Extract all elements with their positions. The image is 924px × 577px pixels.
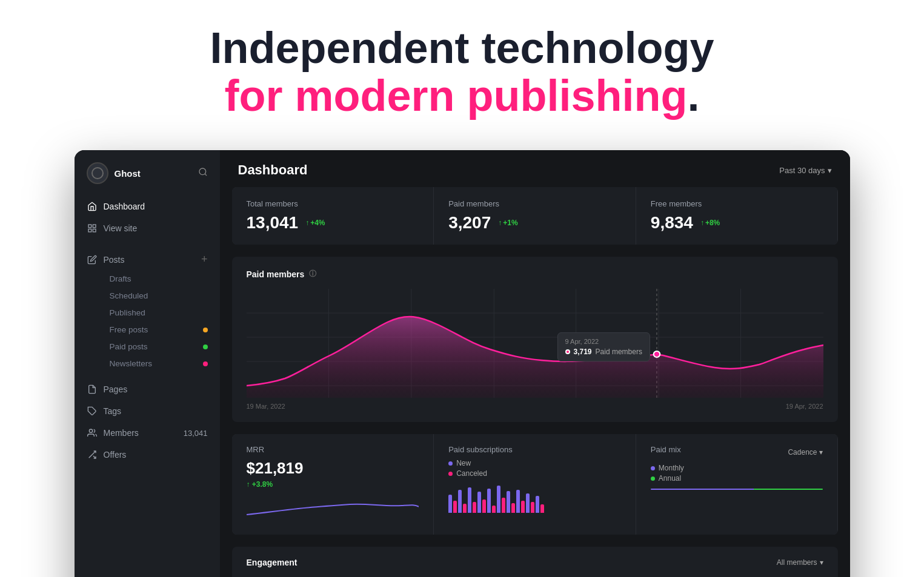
svg-point-0 bbox=[199, 168, 206, 175]
members-icon bbox=[87, 427, 98, 438]
published-label: Published bbox=[110, 308, 145, 317]
paid-subs-bar-chart bbox=[448, 483, 621, 513]
bar bbox=[487, 489, 491, 513]
bar bbox=[521, 501, 525, 513]
members-label: Members bbox=[104, 428, 139, 438]
engagement-section: Engagement All members ▾ 68% Engaged in … bbox=[232, 547, 838, 577]
sidebar: Ghost Dashboard bbox=[75, 150, 220, 577]
bar bbox=[507, 491, 510, 513]
sidebar-item-free-posts[interactable]: Free posts bbox=[104, 321, 214, 338]
app-window: Ghost Dashboard bbox=[75, 150, 850, 577]
sidebar-item-dashboard[interactable]: Dashboard bbox=[81, 196, 214, 217]
paid-members-value: 3,207 bbox=[448, 213, 491, 232]
all-members-filter[interactable]: All members ▾ bbox=[777, 558, 823, 567]
chart-date-start: 19 Mar, 2022 bbox=[247, 403, 285, 410]
total-members-value: 13,041 bbox=[247, 213, 299, 232]
sidebar-item-pages[interactable]: Pages bbox=[81, 379, 214, 400]
mrr-value: $21,819 bbox=[247, 459, 419, 478]
chart-dates: 19 Mar, 2022 19 Apr, 2022 bbox=[247, 403, 823, 410]
bottom-stats: MRR $21,819 ↑ +3.8% Paid subscriptions bbox=[232, 434, 838, 535]
tags-label: Tags bbox=[104, 406, 122, 416]
canceled-legend-dot bbox=[448, 472, 453, 476]
paid-subs-card: Paid subscriptions New Canceled bbox=[434, 434, 636, 535]
free-members-label: Free members bbox=[651, 199, 823, 208]
new-legend-label: New bbox=[456, 459, 471, 467]
free-members-value: 9,834 bbox=[651, 213, 693, 232]
eng-val-7: 36% bbox=[447, 575, 623, 577]
arrow-up-icon: ↑ bbox=[498, 219, 502, 227]
bar bbox=[463, 504, 467, 513]
tooltip-dot bbox=[565, 349, 570, 354]
hero-section: Independent technology for modern publis… bbox=[0, 0, 924, 150]
members-count: 13,041 bbox=[184, 429, 208, 438]
bar bbox=[540, 504, 544, 513]
chart-area: 9 Apr, 2022 3,719 Paid members bbox=[247, 289, 823, 398]
bar bbox=[531, 502, 534, 513]
bar bbox=[482, 500, 486, 513]
paid-mix-label: Paid mix bbox=[651, 445, 681, 454]
posts-section: Posts + Drafts Scheduled Published bbox=[81, 248, 214, 372]
dashboard-label: Dashboard bbox=[104, 202, 145, 211]
stat-free-members: Free members 9,834 ↑ +8% bbox=[636, 187, 838, 245]
sidebar-item-posts[interactable]: Posts + bbox=[81, 248, 214, 271]
app-name: Ghost bbox=[115, 168, 198, 179]
info-icon: ⓘ bbox=[309, 269, 316, 279]
search-icon[interactable] bbox=[198, 167, 208, 179]
sidebar-footer: Ghost(Pro) bbox=[75, 570, 220, 577]
svg-point-21 bbox=[653, 351, 660, 357]
sidebar-item-members[interactable]: Members 13,041 bbox=[81, 423, 214, 443]
paid-members-chart: Paid members ⓘ bbox=[232, 257, 838, 422]
bar bbox=[526, 493, 530, 513]
bar bbox=[536, 496, 539, 513]
sidebar-item-drafts[interactable]: Drafts bbox=[104, 271, 214, 287]
sidebar-item-newsletters[interactable]: Newsletters bbox=[104, 355, 214, 372]
paid-members-change: ↑ +1% bbox=[498, 219, 517, 227]
sidebar-item-paid-posts[interactable]: Paid posts bbox=[104, 338, 214, 355]
paid-mix-bar bbox=[651, 489, 823, 490]
newsletters-label: Newsletters bbox=[110, 359, 153, 368]
monthly-legend-dot bbox=[651, 466, 655, 470]
svg-rect-2 bbox=[93, 225, 96, 228]
total-members-change: ↑ +4% bbox=[305, 219, 325, 227]
logo-icon bbox=[87, 162, 108, 184]
tooltip-label: Paid members bbox=[596, 348, 642, 356]
mrr-card: MRR $21,819 ↑ +3.8% bbox=[232, 434, 434, 535]
engagement-header: Engagement All members ▾ bbox=[247, 558, 823, 567]
add-post-button[interactable]: + bbox=[201, 253, 208, 266]
offers-label: Offers bbox=[104, 450, 127, 460]
scheduled-label: Scheduled bbox=[110, 291, 148, 300]
bar bbox=[453, 501, 457, 513]
newsletter-subscribers: 9,863 Newsletter subscribers bbox=[647, 575, 823, 577]
external-link-icon bbox=[87, 223, 98, 234]
chart-svg bbox=[247, 289, 823, 398]
hero-line2: for modern publishing. bbox=[12, 72, 912, 120]
new-legend-dot bbox=[448, 461, 453, 466]
drafts-label: Drafts bbox=[110, 274, 131, 283]
tooltip-date: 9 Apr, 2022 bbox=[565, 338, 642, 345]
arrow-up-icon: ↑ bbox=[700, 219, 704, 227]
annual-legend-dot bbox=[651, 476, 655, 481]
sidebar-item-offers[interactable]: Offers bbox=[81, 444, 214, 465]
cadence-filter[interactable]: Cadence ▾ bbox=[788, 448, 823, 457]
sidebar-nav: Dashboard View site bbox=[75, 196, 220, 466]
mrr-label: MRR bbox=[247, 445, 419, 454]
sidebar-item-tags[interactable]: Tags bbox=[81, 401, 214, 421]
pages-icon bbox=[87, 384, 98, 395]
sidebar-item-scheduled[interactable]: Scheduled bbox=[104, 288, 214, 304]
engagement-30-days: 68% Engaged in the last 30 days bbox=[247, 575, 423, 577]
chart-date-end: 19 Apr, 2022 bbox=[786, 403, 823, 410]
chart-tooltip: 9 Apr, 2022 3,719 Paid members bbox=[557, 332, 650, 361]
date-filter[interactable]: Past 30 days ▾ bbox=[779, 166, 831, 175]
newsletters-dot bbox=[203, 361, 208, 366]
sidebar-item-view-site[interactable]: View site bbox=[81, 218, 214, 239]
free-posts-label: Free posts bbox=[110, 325, 148, 334]
bar bbox=[473, 502, 476, 513]
eng-val-30: 68% bbox=[247, 575, 423, 577]
paid-subs-legend: New Canceled bbox=[448, 459, 621, 478]
bar bbox=[448, 495, 452, 513]
posts-icon bbox=[87, 254, 98, 265]
free-posts-dot bbox=[203, 328, 208, 332]
sidebar-item-published[interactable]: Published bbox=[104, 305, 214, 321]
paid-mix-card: Paid mix Cadence ▾ Monthly bbox=[636, 434, 838, 535]
paid-mix-legend: Monthly Annual bbox=[651, 464, 823, 483]
